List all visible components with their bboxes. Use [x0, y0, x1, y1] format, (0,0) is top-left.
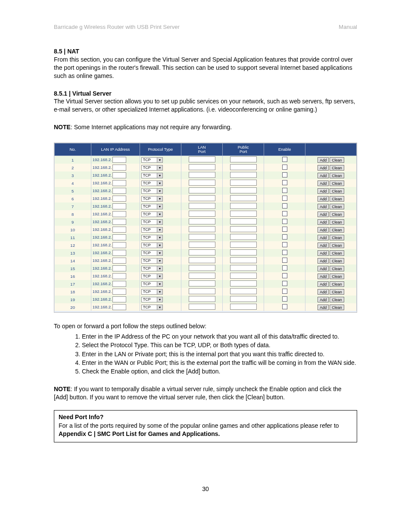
enable-checkbox[interactable]: [282, 196, 287, 201]
add-button[interactable]: Add: [318, 165, 329, 171]
ip-input[interactable]: [112, 265, 126, 271]
ip-input[interactable]: [112, 281, 126, 287]
protocol-select[interactable]: TCP▼: [141, 165, 163, 171]
ip-input[interactable]: [112, 180, 126, 186]
enable-checkbox[interactable]: [282, 180, 287, 185]
lan-port-input[interactable]: [189, 242, 215, 248]
lan-port-input[interactable]: [189, 288, 215, 294]
lan-port-input[interactable]: [189, 180, 215, 186]
add-button[interactable]: Add: [318, 289, 329, 295]
clean-button[interactable]: Clean: [330, 250, 344, 256]
add-button[interactable]: Add: [318, 281, 329, 287]
clean-button[interactable]: Clean: [330, 274, 344, 279]
protocol-select[interactable]: TCP▼: [141, 212, 163, 217]
enable-checkbox[interactable]: [282, 242, 287, 247]
public-port-input[interactable]: [230, 265, 257, 271]
protocol-select[interactable]: TCP▼: [141, 157, 163, 163]
lan-port-input[interactable]: [189, 265, 215, 271]
ip-input[interactable]: [112, 172, 126, 178]
clean-button[interactable]: Clean: [330, 173, 344, 178]
ip-input[interactable]: [112, 196, 126, 202]
enable-checkbox[interactable]: [282, 289, 287, 294]
ip-input[interactable]: [112, 219, 126, 225]
enable-checkbox[interactable]: [282, 234, 287, 240]
add-button[interactable]: Add: [318, 258, 329, 264]
clean-button[interactable]: Clean: [330, 212, 344, 217]
lan-port-input[interactable]: [189, 172, 215, 178]
add-button[interactable]: Add: [318, 250, 329, 256]
lan-port-input[interactable]: [189, 187, 215, 193]
clean-button[interactable]: Clean: [330, 289, 344, 295]
lan-port-input[interactable]: [189, 273, 215, 279]
ip-input[interactable]: [112, 273, 126, 279]
add-button[interactable]: Add: [318, 227, 329, 233]
add-button[interactable]: Add: [318, 212, 329, 217]
ip-input[interactable]: [112, 304, 126, 310]
protocol-select[interactable]: TCP▼: [141, 188, 163, 194]
protocol-select[interactable]: TCP▼: [141, 297, 163, 302]
public-port-input[interactable]: [230, 218, 257, 224]
protocol-select[interactable]: TCP▼: [141, 173, 163, 178]
protocol-select[interactable]: TCP▼: [141, 219, 163, 225]
clean-button[interactable]: Clean: [330, 258, 344, 264]
lan-port-input[interactable]: [189, 280, 215, 286]
lan-port-input[interactable]: [189, 296, 215, 302]
add-button[interactable]: Add: [318, 274, 329, 279]
protocol-select[interactable]: TCP▼: [141, 243, 163, 248]
protocol-select[interactable]: TCP▼: [141, 305, 163, 310]
add-button[interactable]: Add: [318, 235, 329, 240]
clean-button[interactable]: Clean: [330, 180, 344, 186]
enable-checkbox[interactable]: [282, 165, 287, 170]
enable-checkbox[interactable]: [282, 273, 287, 278]
enable-checkbox[interactable]: [282, 157, 287, 162]
lan-port-input[interactable]: [189, 234, 215, 240]
protocol-select[interactable]: TCP▼: [141, 274, 163, 279]
protocol-select[interactable]: TCP▼: [141, 196, 163, 202]
clean-button[interactable]: Clean: [330, 266, 344, 271]
clean-button[interactable]: Clean: [330, 188, 344, 194]
public-port-input[interactable]: [230, 187, 257, 193]
public-port-input[interactable]: [230, 296, 257, 302]
enable-checkbox[interactable]: [282, 250, 287, 255]
add-button[interactable]: Add: [318, 297, 329, 302]
clean-button[interactable]: Clean: [330, 196, 344, 202]
ip-input[interactable]: [112, 250, 126, 256]
public-port-input[interactable]: [230, 172, 257, 178]
ip-input[interactable]: [112, 211, 126, 217]
public-port-input[interactable]: [230, 304, 257, 310]
lan-port-input[interactable]: [189, 211, 215, 217]
ip-input[interactable]: [112, 188, 126, 194]
protocol-select[interactable]: TCP▼: [141, 258, 163, 264]
enable-checkbox[interactable]: [282, 211, 287, 216]
protocol-select[interactable]: TCP▼: [141, 235, 163, 240]
enable-checkbox[interactable]: [282, 281, 287, 286]
lan-port-input[interactable]: [189, 304, 215, 310]
public-port-input[interactable]: [230, 273, 257, 279]
enable-checkbox[interactable]: [282, 296, 287, 302]
clean-button[interactable]: Clean: [330, 235, 344, 240]
enable-checkbox[interactable]: [282, 265, 287, 271]
enable-checkbox[interactable]: [282, 219, 287, 224]
protocol-select[interactable]: TCP▼: [141, 250, 163, 256]
add-button[interactable]: Add: [318, 188, 329, 194]
public-port-input[interactable]: [230, 226, 257, 232]
protocol-select[interactable]: TCP▼: [141, 281, 163, 287]
public-port-input[interactable]: [230, 288, 257, 294]
enable-checkbox[interactable]: [282, 203, 287, 208]
public-port-input[interactable]: [230, 234, 257, 240]
lan-port-input[interactable]: [189, 257, 215, 263]
add-button[interactable]: Add: [318, 196, 329, 202]
protocol-select[interactable]: TCP▼: [141, 180, 163, 186]
add-button[interactable]: Add: [318, 305, 329, 310]
add-button[interactable]: Add: [318, 266, 329, 271]
add-button[interactable]: Add: [318, 204, 329, 209]
ip-input[interactable]: [112, 234, 126, 240]
protocol-select[interactable]: TCP▼: [141, 266, 163, 271]
ip-input[interactable]: [112, 165, 126, 171]
public-port-input[interactable]: [230, 195, 257, 201]
lan-port-input[interactable]: [189, 203, 215, 209]
enable-checkbox[interactable]: [282, 304, 287, 309]
ip-input[interactable]: [112, 289, 126, 295]
ip-input[interactable]: [112, 242, 126, 248]
public-port-input[interactable]: [230, 249, 257, 255]
